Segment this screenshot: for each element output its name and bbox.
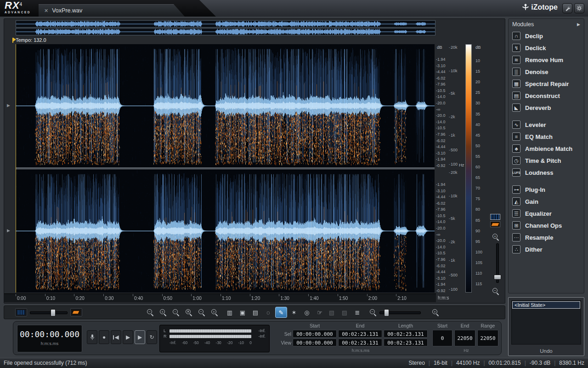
colorbar-tick: 80 [475,207,480,212]
channel-select-arrow-left[interactable]: ▶ [7,103,10,108]
horizontal-zoom-slider[interactable] [379,309,421,316]
spectrogram-canvas[interactable] [16,44,435,293]
modules-header[interactable]: Modules ▶ [509,19,584,30]
module-loudness[interactable]: LUFSLoudness [509,167,584,178]
zoom-in-freq-button[interactable]: ＋ [209,307,220,318]
status-separator: | [429,358,430,368]
play-selection-button[interactable]: ▶ [135,330,145,344]
view-end-field[interactable]: 00:02:23.131 [338,339,382,346]
find-similar-tool[interactable]: ◎ [301,307,313,318]
time-freq-select-tool[interactable]: ▣ [237,307,249,318]
sel-end-field[interactable]: 00:02:23.131 [338,330,382,338]
time-ruler[interactable]: 0:000:100:200:300:400:501:001:101:201:30… [4,293,436,302]
modules-expand-icon[interactable]: ▶ [577,19,580,30]
spectrogram-view-icon[interactable] [490,214,500,220]
vertical-zoom-in-icon[interactable]: ＋ [492,233,499,241]
zoom-reset-button[interactable]: ✕ [183,307,195,318]
waveform-view-icon[interactable] [490,221,500,227]
module-leveler[interactable]: ∿Leveler [509,119,584,131]
module-remove-hum[interactable]: ≋Remove Hum [509,54,584,66]
record-button[interactable]: ● [99,330,109,344]
lasso-tool[interactable]: ◌ [262,307,274,318]
frequency-range-field[interactable]: 22050 [477,330,498,346]
zoom-out-freq-button[interactable]: − [196,307,208,318]
meter-scale-label: -50 [193,340,198,345]
module-deconstruct[interactable]: ▤Deconstruct [509,90,584,102]
time-select-tool[interactable]: ▥ [224,307,236,318]
sel-start-field[interactable]: 00:00:00.000 [293,330,337,338]
zoom-slider-out-icon[interactable]: − [369,309,377,316]
undo-history-list: <Initial State> [511,300,581,345]
zoom-selection-button[interactable]: ▫ [170,307,182,318]
slider-thumb[interactable] [384,309,389,316]
toolbar-menu-button[interactable]: ≣ [351,307,363,318]
undo-item[interactable]: <Initial State> [513,302,580,308]
hand-tool[interactable]: ☞ [314,307,326,318]
module-spectral-repair[interactable]: ▦Spectral Repair [509,78,584,90]
brush-icon: ✎ [279,310,284,316]
mic-button[interactable] [87,330,97,344]
module-channel-ops[interactable]: ⊞Channel Ops [509,219,584,231]
module-ambience-match[interactable]: ♣Ambience Match [509,143,584,155]
colorbar-tick: 15 [475,69,480,74]
ruler-tick-mark [279,294,279,296]
view-blend-slider[interactable] [30,309,68,316]
zoom-in-time-button[interactable]: ＋ [157,307,169,318]
dither-icon: ∴ [512,245,520,253]
overview-waveform-left[interactable] [16,20,435,28]
editor-area: Tempo: 132.0 ▶ ▶ ▼ dB Hz dB -1.94-3.10-4… [4,18,505,304]
vertical-zoom-slider[interactable] [494,243,500,283]
frequency-tick: 2k [449,240,455,244]
play-button[interactable]: ▶ [123,330,133,344]
view-start-field[interactable]: 00:00:00.000 [293,339,337,346]
tab-voxpre[interactable]: ✕ VoxPre.wav [39,4,185,17]
gear-icon[interactable] [574,3,584,13]
wrench-icon[interactable] [562,3,572,13]
tab-close-icon[interactable]: ✕ [44,8,48,14]
record-icon: ● [102,334,106,340]
ruler-tick-mark [133,294,133,296]
vertical-zoom-out-icon[interactable]: − [492,288,499,295]
tempo-marker[interactable]: Tempo: 132.0 [12,37,46,43]
freq-select-tool[interactable]: ▤ [249,307,261,318]
frequency-end-field[interactable]: 22050 [454,330,475,346]
ruler-tick-label: 1:40 [310,296,318,301]
spectrogram-blend-icon[interactable] [15,308,27,316]
module-label: Declick [525,45,546,52]
zoom-out-time-button[interactable]: − [144,307,156,318]
magic-wand-tool[interactable]: ✶ [288,307,300,318]
brush-tool[interactable]: ✎ [275,307,287,318]
selection-tool-group: ▥▣▤◌✎✶◎☞ [224,307,326,318]
slider-thumb[interactable] [494,275,501,280]
module-time-pitch[interactable]: ◷Time & Pitch [509,155,584,167]
module-eq-match[interactable]: ≡EQ Match [509,131,584,143]
slider-thumb[interactable] [51,309,56,316]
rewind-button[interactable]: ◀ [111,330,121,344]
module-dither[interactable]: ∴Dither [509,243,584,255]
module-plug-in[interactable]: ⊶Plug-In [509,184,584,196]
module-declip[interactable]: ∩Declip [509,30,584,42]
meter-channel-label: L [164,328,167,333]
module-label: Remove Hum [525,57,563,63]
declip-icon: ∩ [512,32,520,40]
loop-button[interactable]: ↻ [147,330,157,344]
frequency-start-field[interactable]: 0 [432,330,452,346]
ruler-tick-label: 0:40 [134,296,143,301]
sel-length-field[interactable]: 00:02:23.131 [384,330,428,338]
zoom-slider-in-icon[interactable]: ＋ [432,309,439,316]
amplitude-tick: -7.96 [436,207,446,212]
playhead[interactable] [16,44,16,293]
module-resample[interactable]: ⋯Resample [509,231,584,243]
module-gain[interactable]: ◭Gain [509,196,584,207]
overview-waveform-right[interactable] [16,28,435,35]
amplitude-tick: -10.5 [436,251,446,255]
status-separator: | [525,358,526,368]
toolbar-menu-icon: ≣ [355,310,360,316]
waveform-blend-icon[interactable] [70,308,82,316]
module-declick[interactable]: ↯Declick [509,42,584,54]
channel-select-arrow-right[interactable]: ▶ [7,228,10,233]
view-length-field[interactable]: 00:02:23.131 [384,339,428,346]
module-equalizer[interactable]: ☰Equalizer [509,207,584,219]
module-dereverb[interactable]: ◣Dereverb [509,102,584,114]
module-denoise[interactable]: ▒Denoise [509,66,584,78]
